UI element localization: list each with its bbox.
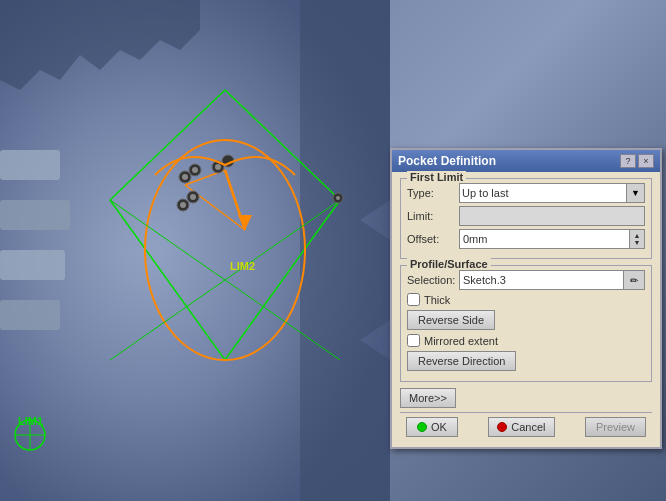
svg-point-20 [180, 202, 186, 208]
offset-label: Offset: [407, 233, 459, 245]
close-button[interactable]: × [638, 154, 654, 168]
reverse-direction-btn-row: Reverse Direction [407, 351, 645, 371]
offset-row: Offset: ▲ ▼ [407, 229, 645, 249]
type-dropdown-arrow[interactable]: ▼ [627, 183, 645, 203]
help-button[interactable]: ? [620, 154, 636, 168]
selection-row: Selection: Sketch.3 ✏ [407, 270, 645, 290]
cad-drawing: LIM2 LIM1 [0, 0, 390, 501]
spin-up-icon: ▲ [634, 232, 641, 239]
first-limit-group: First Limit Type: Up to last ▼ Limit: No… [400, 178, 652, 259]
svg-point-21 [190, 194, 196, 200]
selection-edit-button[interactable]: ✏ [623, 270, 645, 290]
first-limit-label: First Limit [407, 171, 466, 183]
svg-text:LIM1: LIM1 [18, 415, 43, 427]
profile-surface-group: Profile/Surface Selection: Sketch.3 ✏ Th… [400, 265, 652, 382]
mirrored-checkbox-row: Mirrored extent [407, 334, 645, 347]
title-buttons: ? × [620, 154, 654, 168]
offset-input-wrapper: ▲ ▼ [459, 229, 645, 249]
svg-text:LIM2: LIM2 [230, 260, 255, 272]
type-select[interactable]: Up to last [459, 183, 627, 203]
cancel-icon [497, 422, 507, 432]
svg-point-24 [215, 164, 221, 170]
cancel-button[interactable]: Cancel [488, 417, 554, 437]
reverse-direction-button[interactable]: Reverse Direction [407, 351, 516, 371]
selection-value: Sketch.3 [463, 274, 506, 286]
thick-checkbox-row: Thick [407, 293, 645, 306]
limit-input[interactable]: No selection [459, 206, 645, 226]
type-label: Type: [407, 187, 459, 199]
type-row: Type: Up to last ▼ [407, 183, 645, 203]
dialog-titlebar: Pocket Definition ? × [392, 150, 660, 172]
svg-point-17 [192, 167, 198, 173]
thick-label: Thick [424, 294, 450, 306]
mirrored-label: Mirrored extent [424, 335, 498, 347]
spin-down-icon: ▼ [634, 239, 641, 246]
svg-point-16 [182, 174, 188, 180]
offset-input[interactable] [459, 229, 629, 249]
svg-rect-4 [0, 300, 60, 330]
type-dropdown-wrapper: Up to last ▼ [459, 183, 645, 203]
cancel-label: Cancel [511, 421, 545, 433]
limit-row: Limit: No selection [407, 206, 645, 226]
mirrored-checkbox[interactable] [407, 334, 420, 347]
ok-icon [417, 422, 427, 432]
ok-button[interactable]: OK [406, 417, 458, 437]
profile-surface-label: Profile/Surface [407, 258, 491, 270]
more-button[interactable]: More>> [400, 388, 456, 408]
pocket-definition-dialog: Pocket Definition ? × First Limit Type: … [390, 148, 662, 449]
offset-spinner[interactable]: ▲ ▼ [629, 229, 645, 249]
svg-rect-2 [0, 200, 70, 230]
dialog-title: Pocket Definition [398, 154, 496, 168]
ok-label: OK [431, 421, 447, 433]
bottom-buttons-row: OK Cancel Preview [400, 412, 652, 441]
svg-rect-1 [0, 150, 60, 180]
dialog-content: First Limit Type: Up to last ▼ Limit: No… [392, 172, 660, 447]
svg-rect-3 [0, 250, 65, 280]
thick-checkbox[interactable] [407, 293, 420, 306]
reverse-side-button[interactable]: Reverse Side [407, 310, 495, 330]
selection-field: Sketch.3 [459, 270, 623, 290]
svg-point-26 [336, 196, 340, 200]
limit-label: Limit: [407, 210, 459, 222]
preview-button[interactable]: Preview [585, 417, 646, 437]
selection-label: Selection: [407, 274, 459, 286]
reverse-side-btn-row: Reverse Side [407, 310, 645, 330]
